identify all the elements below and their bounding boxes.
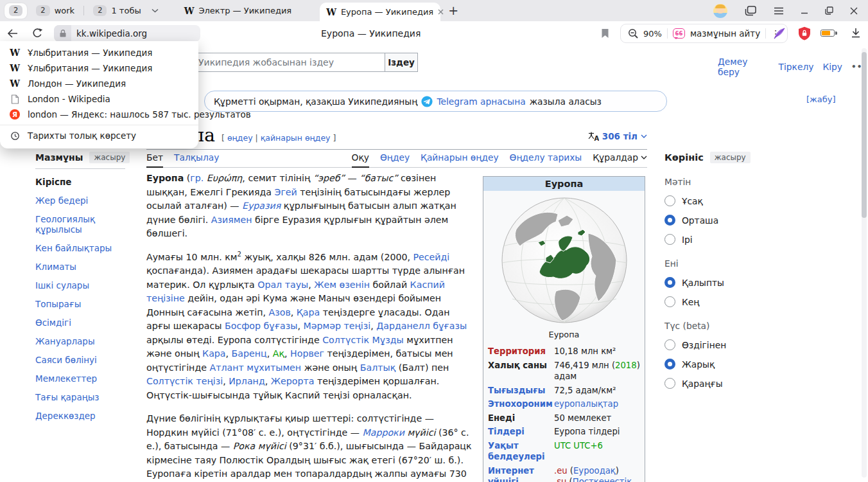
wiki-search-input[interactable] — [193, 53, 385, 72]
infobox-value[interactable]: UTC UTC+6 — [554, 440, 640, 463]
bookmark-icon[interactable] — [601, 28, 609, 39]
tab-electr[interactable]: W Электр — Уикипедия — [178, 6, 299, 16]
suggestion-item[interactable]: Я london — Яндекс: нашлось 587 тыс. резу… — [0, 107, 198, 122]
reload-button[interactable] — [32, 28, 43, 39]
tab-group-1toby[interactable]: 2 1 тобы — [93, 5, 141, 16]
read-aloud-button[interactable]: мазмұнын айту — [690, 28, 760, 39]
edit-source-link[interactable]: қайнарын өңдеу — [261, 133, 331, 143]
toc-item[interactable]: Ішкі сулары — [35, 279, 143, 292]
radio-icon[interactable] — [664, 277, 675, 288]
section-label-text-size: Мәтін — [664, 177, 761, 187]
profile-avatar[interactable] — [713, 4, 727, 18]
tab-group-work[interactable]: 2 work — [36, 5, 74, 16]
toc-item[interactable]: Тағы қараңыз — [35, 391, 143, 404]
infobox-label[interactable]: Уақыт белдеулері — [488, 440, 554, 463]
tab-panels-icon[interactable] — [744, 5, 757, 17]
history-clock-icon — [9, 131, 21, 141]
login-link[interactable]: Кіру — [822, 62, 842, 72]
toc-item[interactable]: Дереккөздер — [35, 409, 143, 422]
battery-icon[interactable] — [820, 30, 837, 37]
tab-edit-source[interactable]: Қайнарын өңдеу — [421, 152, 499, 163]
radio-color-light[interactable]: Жарық — [664, 359, 761, 370]
radio-font-small[interactable]: Ұсақ — [664, 195, 761, 206]
suggestion-item[interactable]: London - Wikipedia — [0, 91, 198, 107]
new-tab-button[interactable]: + — [448, 4, 458, 17]
suggestion-item[interactable]: W Ұлыбритания — Уикипедия — [0, 60, 198, 76]
banner-close-link[interactable]: [жабу] — [806, 94, 836, 104]
infobox-label[interactable]: Территория — [488, 346, 554, 357]
infobox-label: Енеді — [488, 413, 554, 424]
radio-icon[interactable] — [664, 359, 675, 370]
radio-icon[interactable] — [664, 234, 675, 245]
infobox-value[interactable]: еуропалықтар — [554, 398, 640, 410]
toc-item-kirispe[interactable]: Кіріспе — [35, 175, 143, 188]
radio-color-auto[interactable]: Өздігінен — [664, 339, 761, 350]
toc-item[interactable]: Саяси бөлінуі — [35, 353, 143, 366]
scrollbar-thumb[interactable] — [862, 52, 867, 218]
tab-read[interactable]: Оқу — [352, 152, 369, 163]
radio-color-dark[interactable]: Қараңғы — [664, 378, 761, 389]
infobox-label: Халық саны — [488, 360, 554, 382]
banner-text: жазыла аласыз — [530, 96, 602, 107]
language-selector[interactable]: A 306 тіл — [588, 131, 647, 146]
radio-icon[interactable] — [664, 296, 675, 307]
scrollbar[interactable] — [862, 48, 867, 478]
tab-groups-chevron-icon[interactable] — [152, 8, 159, 13]
protect-shield-icon[interactable] — [798, 26, 811, 40]
downloads-icon[interactable] — [850, 28, 862, 39]
donate-link[interactable]: Демеу беру — [718, 57, 770, 77]
back-button[interactable] — [6, 28, 18, 39]
radio-icon[interactable] — [664, 378, 675, 389]
register-link[interactable]: Тіркелу — [779, 62, 814, 72]
tab-talk[interactable]: Талқылау — [174, 152, 219, 163]
tab-europa[interactable]: W Еуропа — Уикипедия — [320, 3, 440, 21]
address-bar[interactable]: kk.wikipedia.org — [54, 25, 200, 42]
toc-item[interactable]: Кен байлықтары — [35, 242, 143, 254]
suggestion-item[interactable]: W Лондон — Уикипедия — [0, 76, 198, 91]
toc-item[interactable]: Геологиялық құрылысы — [35, 213, 143, 236]
omnibox-page-title: Еуропа — Уикипедия — [321, 28, 421, 39]
zoom-out-icon[interactable] — [628, 28, 638, 39]
menu-hamburger-icon[interactable] — [774, 7, 784, 15]
toc-item[interactable]: Мемлекеттер — [35, 372, 143, 385]
infobox-value[interactable]: .eu (Еуроодақ).su (Посткеңестік — [554, 465, 640, 482]
show-full-history-item[interactable]: Тарихты толық көрсету — [0, 128, 198, 143]
infobox-label[interactable]: Тығыздығы — [488, 385, 554, 397]
wiki-search-button[interactable]: Іздеу — [385, 53, 418, 72]
infobox-label[interactable]: Интернет үйшігі — [488, 465, 554, 482]
infobox-label[interactable]: Тілдері — [488, 426, 554, 438]
toc-item[interactable]: Климаты — [35, 260, 143, 273]
radio-icon[interactable] — [664, 215, 675, 226]
toc-item[interactable]: Жануарлары — [35, 335, 143, 348]
radio-icon[interactable] — [664, 195, 675, 206]
infobox-label[interactable]: Этнохороним — [488, 398, 554, 410]
page-icon — [9, 94, 21, 104]
radio-font-large[interactable]: Ірі — [664, 234, 761, 245]
omnibox-suggestions: W Ұлыбритания — Уикипедия W Ұлыбритания … — [0, 41, 198, 148]
toc-hide-button[interactable]: жасыру — [89, 152, 130, 163]
window-minimize-button[interactable] — [801, 7, 808, 15]
appearance-hide-button[interactable]: жасыру — [710, 152, 751, 163]
window-maximize-button[interactable] — [825, 6, 833, 15]
tab-page[interactable]: Бет — [146, 152, 163, 163]
radio-icon[interactable] — [664, 339, 675, 350]
edit-link[interactable]: өңдеу — [227, 133, 253, 143]
close-tab-icon[interactable] — [438, 9, 444, 15]
page-tools-pill: 90% 66 мазмұнын айту ⋮ — [620, 24, 788, 43]
tab-edit[interactable]: Өңдеу — [380, 152, 410, 163]
toc-item[interactable]: Жер бедері — [35, 194, 143, 207]
telegram-channel-link[interactable]: Telegram арнасына — [437, 96, 525, 107]
radio-width-standard[interactable]: Қалыпты — [664, 277, 761, 288]
tab-tools[interactable]: Құралдар — [593, 152, 647, 163]
window-close-button[interactable] — [850, 7, 858, 15]
toc-item[interactable]: Топырағы — [35, 298, 143, 310]
copilot-feather-icon[interactable] — [772, 26, 786, 40]
radio-font-medium[interactable]: Орташа — [664, 215, 761, 226]
tab-group-current[interactable]: 2 — [4, 3, 27, 19]
suggestion-item[interactable]: W Ұлыбритания — Уикипедия — [0, 45, 198, 60]
toc-item[interactable]: Өсімдігі — [35, 316, 143, 329]
zoom-level[interactable]: 90% — [643, 29, 662, 39]
tab-history[interactable]: Өңделу тарихы — [510, 152, 582, 163]
europe-globe-map[interactable] — [483, 191, 645, 327]
radio-width-wide[interactable]: Кең — [664, 296, 761, 307]
